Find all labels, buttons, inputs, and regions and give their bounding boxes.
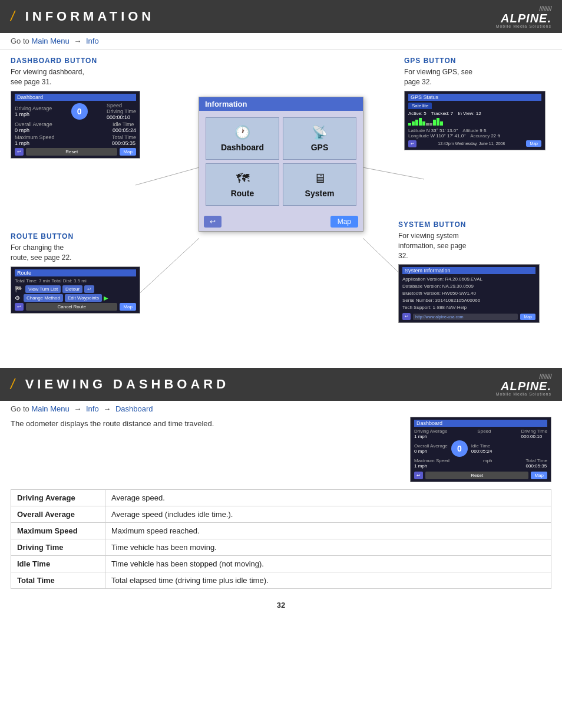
info-back-btn[interactable]: ↩ [204,216,222,228]
route-buttons-row2: ⚙ Change Method Edit Waypoints ▶ [15,294,136,302]
route-button-section: ROUTE BUTTON For changing the route, see… [11,232,152,314]
gps-tab-satellite[interactable]: Satellite [408,103,432,109]
gps-screenshot: GPS Status Satellite Active: 5 Tracked: … [404,91,546,150]
ds-row-2: Overall Average 0 mph Idle Time 000:05:2… [15,121,136,133]
table-cell-definition: Average speed (includes idle time.). [105,506,551,523]
gps-tabs: Satellite [408,103,541,109]
system-back-btn[interactable]: ↩ [402,313,411,320]
route-icon: 🗺 [236,171,249,186]
system-icon: 🖥 [313,171,326,186]
dashboard-button-section: DASHBOARD BUTTON For viewing dashboard, … [11,57,140,159]
breadcrumb: Go to Main Menu → Info [0,33,562,50]
ds-driving-avg-label: Driving Average [15,106,52,111]
route-back-btn-small[interactable]: ↩ [84,285,94,293]
gps-map-btn[interactable]: Map [526,140,541,147]
viewing-dashboard-title: VIEWING DASHBOARD [25,377,229,392]
info-btn-system-label: System [305,189,335,198]
slash-decoration-2: / [11,376,18,393]
svg-line-1 [363,167,424,179]
info-btn-system[interactable]: 🖥 System [283,163,356,206]
di-reset-btn[interactable]: Reset [425,472,528,479]
di-content: Driving Average 1 mph Speed Driving Time… [414,429,547,470]
route-screenshot: Route Total Time: 7 min Total Dist: 3.5 … [11,266,140,314]
viewing-dashboard-section: / VIEWING DASHBOARD //////// ALPINE. Mob… [0,368,562,614]
bar8 [433,120,436,126]
di-row1: Driving Average 1 mph Speed Driving Time… [414,429,547,439]
route-detour-btn[interactable]: Detour [62,285,82,293]
gps-back-btn[interactable]: ↩ [408,140,416,147]
gps-button-title: GPS BUTTON [404,57,551,65]
info-btn-route[interactable]: 🗺 Route [206,163,279,206]
table-cell-term: Total Time [11,572,105,589]
route-back-btn2[interactable]: ↩ [15,303,24,311]
dashboard-table: Driving AverageAverage speed.Overall Ave… [11,489,551,589]
dashboard-button-title: DASHBOARD BUTTON [11,57,140,65]
di-row3: Maximum Speed 1 mph mph Total Time 000:0… [414,458,547,469]
route-change-method-btn[interactable]: Change Method [24,294,63,302]
route-view-turn-btn[interactable]: View Turn List [25,285,61,293]
system-map-btn[interactable]: Map [520,314,535,320]
bar9 [437,118,439,126]
info-panel: Information 🕐 Dashboard 📡 GPS 🗺 Route [199,97,363,232]
table-cell-term: Driving Time [11,539,105,556]
system-url[interactable]: http://www.alpine-usa.com [413,314,518,320]
ds-back-btn[interactable]: ↩ [15,148,24,156]
breadcrumb2-dashboard[interactable]: Dashboard [115,404,153,413]
table-row: Driving TimeTime vehicle has been moving… [11,539,551,556]
table-cell-term: Maximum Speed [11,523,105,539]
table-cell-definition: Time vehicle has been moving. [105,539,551,556]
system-bottom-bar: ↩ http://www.alpine-usa.com Map [402,313,535,320]
info-map-btn[interactable]: Map [330,216,358,228]
ds-reset-btn[interactable]: Reset [26,148,117,156]
info-content-area: DASHBOARD BUTTON For viewing dashboard, … [0,50,562,368]
ds-speed-circle: 0 [71,103,88,120]
info-panel-back-row: ↩ Map [199,212,363,231]
gps-title: GPS Status [408,94,541,101]
ds-speed-label: Speed [107,103,136,108]
gps-stats: Active: 5 Tracked: 7 In View: 12 [408,111,541,116]
table-cell-definition: Average speed. [105,490,551,506]
gps-button-section: GPS BUTTON For viewing GPS, see page 32.… [404,57,551,150]
page-number: 32 [0,596,562,614]
info-btn-dashboard-label: Dashboard [221,143,264,152]
route-cancel-row: ↩ Cancel Route Map [15,303,136,311]
route-map-btn[interactable]: Map [120,303,136,311]
header-title-group: / INFORMATION [11,8,154,25]
breadcrumb2-main-menu[interactable]: Main Menu [31,404,69,413]
bar7 [429,123,432,126]
info-btn-route-label: Route [231,189,254,198]
bar3 [415,120,418,126]
ds-driving-avg-val: 1 mph [15,111,52,117]
route-button-title: ROUTE BUTTON [11,232,152,241]
ds-bottom-bar: ↩ Reset Map [15,148,136,156]
bar10 [440,121,443,126]
section-height-container: DASHBOARD BUTTON For viewing dashboard, … [0,50,562,368]
table-row: Total TimeTotal elapsed time (driving ti… [11,572,551,589]
route-cancel-btn[interactable]: Cancel Route [26,303,117,311]
table-cell-term: Overall Average [11,506,105,523]
di-back-btn[interactable]: ↩ [414,472,423,479]
breadcrumb-arrow1: → [74,37,81,45]
system-screenshot: System Information Application Version: … [398,264,540,323]
gps-bottom-bar: ↩ 12:42pm Wednesday, June 11, 2008 Map [408,140,541,147]
bar2 [412,121,415,126]
route-method-icon: ⚙ [15,295,20,301]
info-btn-dashboard[interactable]: 🕐 Dashboard [206,117,279,160]
breadcrumb-info[interactable]: Info [86,37,99,45]
breadcrumb-main-menu[interactable]: Main Menu [31,37,69,45]
breadcrumb2-info[interactable]: Info [86,404,99,413]
di-title: Dashboard [414,420,547,427]
ds-title: Dashboard [15,94,136,101]
system-button-desc: For viewing system information, see page… [398,231,551,261]
ds-driving-time-label: Driving Time [107,108,136,114]
info-btn-gps[interactable]: 📡 GPS [283,117,356,160]
gps-icon: 📡 [312,125,328,140]
table-cell-definition: Maximum speed reached. [105,523,551,539]
di-map-btn[interactable]: Map [531,472,547,479]
alpine-logo: //////// ALPINE. Mobile Media Solutions [496,5,551,28]
breadcrumb2-arrow1: → [74,404,81,413]
route-edit-waypoints-btn[interactable]: Edit Waypoints [65,294,102,302]
system-button-title: SYSTEM BUTTON [398,220,551,229]
ds-map-btn[interactable]: Map [120,148,136,156]
ds-row-3: Maximum Speed 1 mph Total Time 000:05:35 [15,134,136,146]
